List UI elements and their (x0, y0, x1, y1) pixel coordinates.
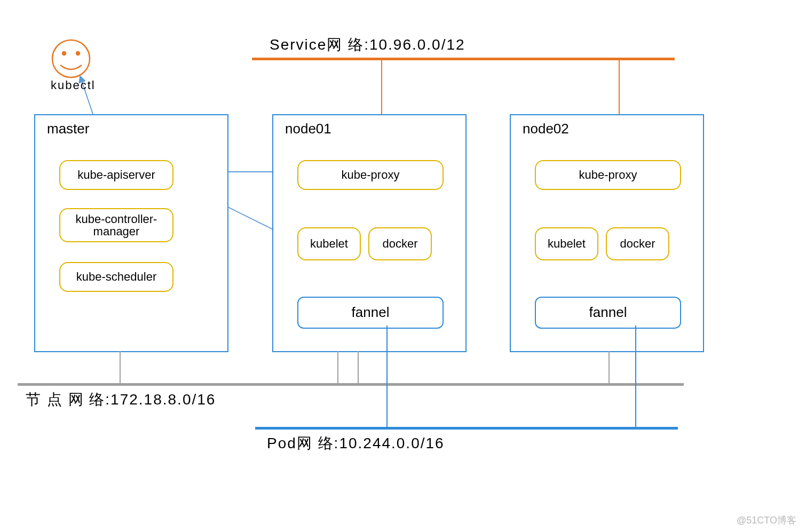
svg-point-0 (52, 40, 90, 77)
node-network-line (18, 383, 684, 386)
master-title: master (47, 121, 89, 137)
service-network-line (252, 58, 675, 60)
kube-controller-manager-box: kube-controller- manager (59, 208, 173, 242)
watermark: @51CTO博客 (737, 514, 796, 527)
node01-title: node01 (285, 121, 331, 137)
kube-scheduler-box: kube-scheduler (59, 262, 173, 292)
node02-fannel: fannel (535, 297, 681, 329)
kube-apiserver-box: kube-apiserver (59, 160, 173, 190)
node01-kubelet: kubelet (297, 227, 361, 260)
svg-point-2 (76, 52, 80, 55)
node-network-label: 节 点 网 络:172.18.8.0/16 (26, 390, 216, 410)
svg-point-1 (62, 52, 66, 55)
pod-network-line (255, 427, 678, 430)
pod-net-drop-node01 (386, 325, 388, 427)
node02-box: node02 kube-proxy kubelet docker fannel (510, 114, 704, 352)
pod-net-drop-node02 (635, 325, 636, 427)
node02-kubelet: kubelet (535, 227, 598, 260)
node01-fannel: fannel (297, 297, 444, 329)
node02-kube-proxy: kube-proxy (535, 160, 681, 190)
node-net-drop-node01-b (358, 351, 359, 383)
kubectl-label: kubectl (51, 78, 96, 92)
node01-kube-proxy: kube-proxy (297, 160, 444, 190)
node-net-drop-master (120, 351, 121, 383)
node02-docker: docker (606, 227, 669, 260)
master-node: master kube-apiserver kube-controller- m… (34, 114, 228, 352)
kubectl-icon (52, 40, 90, 77)
node02-title: node02 (523, 121, 569, 137)
node01-docker: docker (368, 227, 432, 260)
node01-box: node01 kube-proxy kubelet docker fannel (272, 114, 467, 352)
node-net-drop-node01-a (337, 351, 338, 383)
node-net-drop-node02 (609, 351, 610, 383)
pod-network-label: Pod网 络:10.244.0.0/16 (267, 433, 445, 454)
diagram-canvas: etcd kubectl Service网 络:10.96.0.0/12 mas… (0, 0, 806, 532)
service-network-label: Service网 络:10.96.0.0/12 (270, 35, 465, 55)
